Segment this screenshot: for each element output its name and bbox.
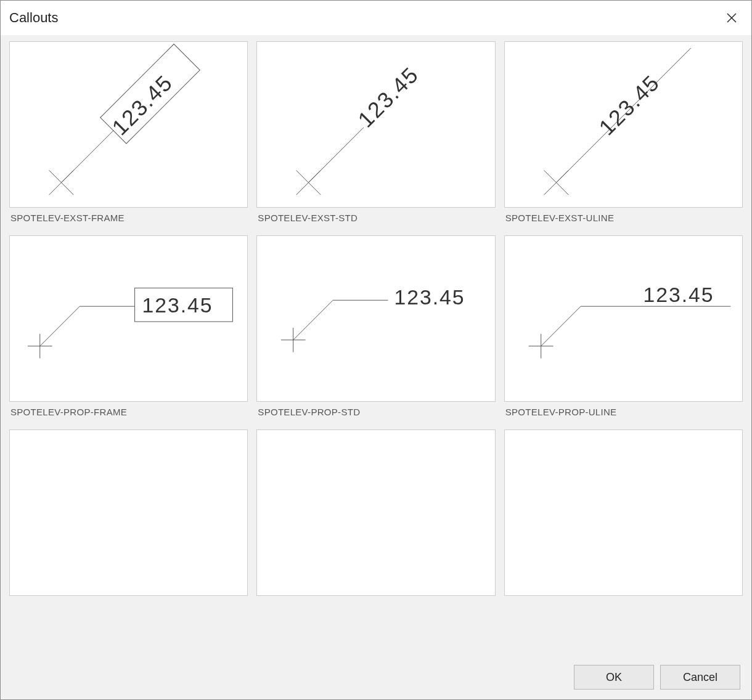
callout-cell: 123.45 SPOTELEV-EXST-ULINE <box>504 41 743 227</box>
preview-value: 123.45 <box>594 70 664 140</box>
close-button[interactable] <box>723 9 740 26</box>
callout-cell: 123.45 SPOTELEV-EXST-FRAME <box>9 41 248 227</box>
callout-thumb-empty[interactable] <box>504 429 743 596</box>
svg-line-17 <box>40 306 80 346</box>
callout-label <box>9 596 248 604</box>
callout-cell: 123.45 SPOTELEV-EXST-STD <box>256 41 495 227</box>
callout-cell: 123.45 SPOTELEV-PROP-ULINE <box>504 235 743 421</box>
svg-line-23 <box>293 300 333 340</box>
callout-cell <box>504 429 743 604</box>
callout-label: SPOTELEV-EXST-STD <box>256 208 495 227</box>
callout-label: SPOTELEV-EXST-ULINE <box>504 208 743 227</box>
callouts-dialog: Callouts <box>0 0 752 700</box>
callout-label: SPOTELEV-PROP-ULINE <box>504 402 743 421</box>
dialog-footer: OK Cancel <box>1 655 751 699</box>
callout-cell <box>9 429 248 604</box>
cancel-button[interactable]: Cancel <box>660 665 740 690</box>
svg-text:123.45: 123.45 <box>107 70 178 140</box>
svg-text:123.45: 123.45 <box>142 293 213 317</box>
callout-thumb-empty[interactable] <box>9 429 248 596</box>
callout-thumb-exst-uline[interactable]: 123.45 <box>504 41 743 208</box>
callout-label: SPOTELEV-PROP-FRAME <box>9 402 248 421</box>
svg-text:123.45: 123.45 <box>353 62 423 132</box>
dialog-body: 123.45 SPOTELEV-EXST-FRAME <box>1 35 751 655</box>
callout-cell <box>256 429 495 604</box>
callout-thumb-prop-std[interactable]: 123.45 <box>256 235 495 402</box>
titlebar: Callouts <box>1 1 751 35</box>
ok-button[interactable]: OK <box>574 665 654 690</box>
callout-label <box>504 596 743 604</box>
callout-label <box>256 596 495 604</box>
callout-thumb-empty[interactable] <box>256 429 495 596</box>
close-icon <box>725 12 738 24</box>
preview-value: 123.45 <box>394 285 465 309</box>
callout-thumb-prop-frame[interactable]: 123.45 <box>9 235 248 402</box>
callout-cell: 123.45 SPOTELEV-PROP-FRAME <box>9 235 248 421</box>
callout-thumb-exst-std[interactable]: 123.45 <box>256 41 495 208</box>
callout-label: SPOTELEV-EXST-FRAME <box>9 208 248 227</box>
preview-value: 123.45 <box>142 293 213 317</box>
svg-text:123.45: 123.45 <box>643 283 714 306</box>
callout-cell: 123.45 SPOTELEV-PROP-STD <box>256 235 495 421</box>
preview-value: 123.45 <box>643 283 714 306</box>
preview-value: 123.45 <box>107 70 178 140</box>
dialog-title: Callouts <box>9 10 58 26</box>
callout-label: SPOTELEV-PROP-STD <box>256 402 495 421</box>
callout-thumb-prop-uline[interactable]: 123.45 <box>504 235 743 402</box>
svg-line-9 <box>309 128 364 182</box>
svg-line-4 <box>61 131 113 182</box>
callout-thumb-exst-frame[interactable]: 123.45 <box>9 41 248 208</box>
callout-grid: 123.45 SPOTELEV-EXST-FRAME <box>9 41 743 604</box>
svg-text:123.45: 123.45 <box>394 285 465 309</box>
preview-value: 123.45 <box>353 62 423 132</box>
svg-line-28 <box>541 306 581 346</box>
svg-text:123.45: 123.45 <box>594 70 664 140</box>
